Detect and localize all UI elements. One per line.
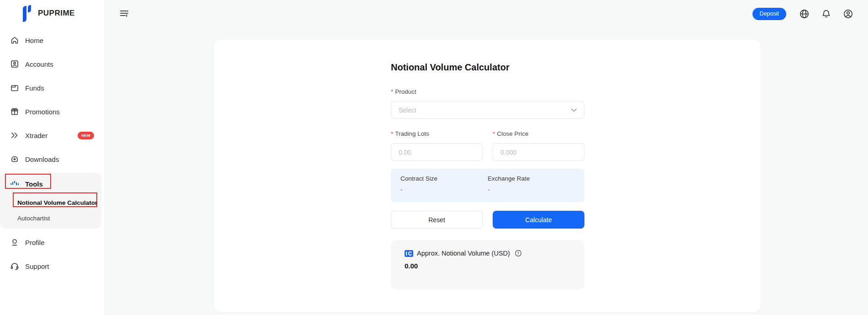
sidebar-item-label: Accounts bbox=[25, 60, 53, 68]
required-asterisk: * bbox=[493, 130, 495, 137]
sidebar-item-label: Home bbox=[25, 37, 43, 44]
menu-fold-icon[interactable] bbox=[119, 8, 129, 18]
deposit-button[interactable]: Deposit bbox=[752, 8, 786, 20]
tools-icon bbox=[10, 181, 19, 187]
close-price-label: *Close Price bbox=[493, 130, 584, 138]
home-icon bbox=[10, 36, 19, 45]
downloads-icon bbox=[10, 155, 19, 164]
sidebar-item-label: Profile bbox=[25, 239, 45, 246]
notional-wallet-icon bbox=[405, 250, 413, 257]
result-label: Approx. Notional Volume (USD) bbox=[417, 250, 510, 257]
result-panel: Approx. Notional Volume (USD) 0.00 bbox=[391, 240, 584, 289]
sidebar-item-downloads[interactable]: Downloads bbox=[0, 147, 105, 171]
subitem-label: Autochartist bbox=[17, 215, 50, 222]
required-asterisk: * bbox=[391, 88, 393, 95]
exchange-rate-value: - bbox=[488, 186, 575, 193]
sidebar-item-label: Downloads bbox=[25, 155, 59, 163]
sidebar-item-promotions[interactable]: Promotions bbox=[0, 100, 105, 123]
close-price-input[interactable] bbox=[493, 143, 584, 161]
sidebar-item-accounts[interactable]: Accounts bbox=[0, 52, 105, 76]
bell-icon[interactable] bbox=[821, 9, 831, 19]
sidebar-subitem-notional-volume-calculator[interactable]: Notional Volume Calculator bbox=[0, 195, 101, 210]
sidebar-item-tools[interactable]: Tools bbox=[0, 173, 101, 195]
account-icon[interactable] bbox=[843, 9, 853, 19]
sidebar-item-label: Promotions bbox=[25, 108, 60, 116]
new-badge: NEW bbox=[78, 132, 94, 139]
support-icon bbox=[10, 262, 19, 271]
sidebar-item-label: Support bbox=[25, 262, 49, 270]
puprime-logo-icon bbox=[20, 5, 34, 22]
sidebar-item-funds[interactable]: Funds bbox=[0, 76, 105, 100]
trading-lots-label: *Trading Lots bbox=[391, 130, 483, 138]
trading-lots-input[interactable] bbox=[391, 143, 483, 161]
sidebar-item-label: Xtrader bbox=[25, 132, 47, 139]
contract-size-label: Contract Size bbox=[400, 175, 488, 182]
sidebar-item-home[interactable]: Home bbox=[0, 28, 105, 52]
accounts-icon bbox=[10, 59, 19, 69]
sidebar-subitem-autochartist[interactable]: Autochartist bbox=[0, 210, 101, 226]
subitem-label: Notional Volume Calculator bbox=[17, 199, 97, 206]
sidebar-item-label: Funds bbox=[25, 84, 44, 92]
product-select[interactable]: Select bbox=[391, 101, 584, 119]
sidebar-item-xtrader[interactable]: Xtrader NEW bbox=[0, 123, 105, 147]
calculator-card: Notional Volume Calculator *Product Sele… bbox=[214, 40, 761, 312]
chevron-down-icon bbox=[571, 108, 577, 112]
page-title: Notional Volume Calculator bbox=[391, 62, 584, 73]
profile-icon bbox=[10, 238, 19, 247]
calculate-button[interactable]: Calculate bbox=[493, 211, 584, 229]
brand-logo[interactable]: PUPRIME bbox=[20, 5, 75, 22]
derived-values-panel: Contract Size - Exchange Rate - bbox=[391, 169, 584, 202]
exchange-rate-label: Exchange Rate bbox=[488, 175, 575, 182]
xtrader-icon bbox=[10, 131, 19, 140]
product-select-placeholder: Select bbox=[399, 107, 416, 114]
sidebar: PUPRIME Home Accounts bbox=[0, 0, 105, 315]
top-bar: Deposit bbox=[105, 0, 868, 27]
result-value: 0.00 bbox=[405, 262, 571, 270]
contract-size-value: - bbox=[400, 186, 488, 193]
brand-name: PUPRIME bbox=[38, 9, 75, 18]
reset-button[interactable]: Reset bbox=[391, 211, 483, 229]
globe-icon[interactable] bbox=[799, 9, 810, 19]
sidebar-item-support[interactable]: Support bbox=[0, 254, 105, 278]
sidebar-item-label: Tools bbox=[25, 180, 43, 188]
product-label: *Product bbox=[391, 88, 584, 96]
funds-icon bbox=[10, 83, 19, 92]
calculator-form: Notional Volume Calculator *Product Sele… bbox=[391, 40, 584, 289]
required-asterisk: * bbox=[391, 130, 393, 137]
info-circle-icon[interactable] bbox=[515, 250, 522, 257]
sidebar-item-profile[interactable]: Profile bbox=[0, 230, 105, 254]
promotions-icon bbox=[10, 107, 19, 116]
tools-section: Tools Notional Volume Calculator Autocha… bbox=[0, 173, 101, 229]
